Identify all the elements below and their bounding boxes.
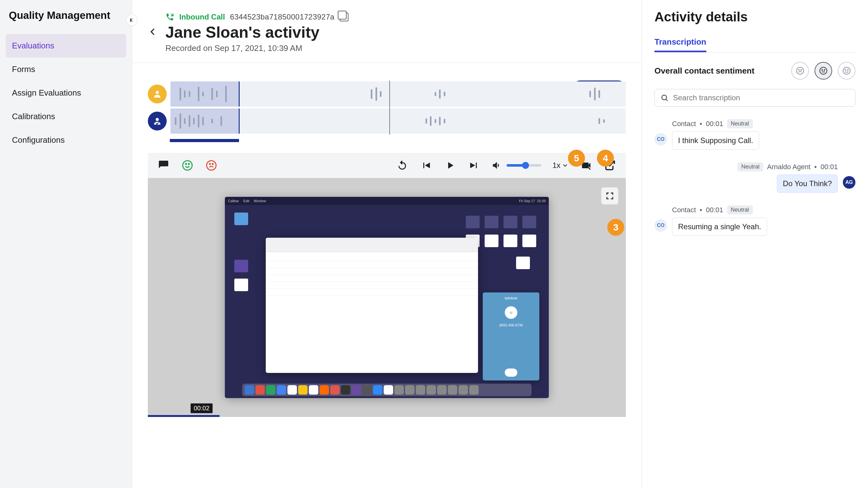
- page-header: Inbound Call 6344523ba71850001723927a Ja…: [132, 0, 642, 63]
- svg-point-9: [799, 69, 800, 70]
- chevron-down-icon: [562, 162, 568, 169]
- svg-point-11: [820, 67, 827, 74]
- svg-point-10: [801, 69, 802, 70]
- player-controls: 1x: [148, 153, 626, 178]
- app-title: Quality Management: [9, 9, 126, 21]
- transcript-item[interactable]: CO Contact • 00:01 Neutral I think Suppo…: [654, 119, 856, 150]
- svg-point-4: [188, 163, 189, 164]
- msg-text: Resuming a single Yeah.: [672, 218, 767, 236]
- details-tabs: Transcription: [654, 33, 856, 53]
- transcription-search-input[interactable]: [672, 93, 849, 102]
- video-timestamp: 00:02: [191, 403, 213, 413]
- svg-point-16: [847, 69, 848, 70]
- msg-text: Do You Think?: [777, 174, 838, 193]
- agent-waveform[interactable]: [170, 108, 626, 134]
- details-title: Activity details: [654, 9, 856, 25]
- search-icon: [660, 94, 669, 102]
- annotation-marker-5[interactable]: 5: [568, 150, 585, 167]
- svg-point-14: [843, 67, 850, 74]
- sentiment-chip: Neutral: [727, 205, 753, 215]
- scrub-track[interactable]: [148, 138, 626, 143]
- msg-timestamp: 00:01: [706, 206, 723, 214]
- speaker-name: Arnaldo Agent: [767, 163, 810, 171]
- svg-point-15: [845, 69, 846, 70]
- nav-item-evaluations[interactable]: Evaluations: [6, 34, 126, 58]
- skip-forward-button[interactable]: [468, 159, 480, 172]
- annotation-marker-4[interactable]: 4: [597, 150, 614, 167]
- transcription-search[interactable]: [654, 89, 856, 107]
- avatar: CO: [654, 133, 667, 145]
- negative-sentiment-button[interactable]: [205, 159, 218, 172]
- sentiment-chip: Neutral: [738, 162, 763, 171]
- speaker-name: Contact: [672, 120, 696, 128]
- svg-point-1: [156, 118, 159, 121]
- sentiment-chip: Neutral: [727, 119, 753, 128]
- inbound-call-icon: [165, 12, 174, 21]
- player-area: 00:02/00:21: [132, 63, 642, 488]
- nav-item-assign-evaluations[interactable]: Assign Evaluations: [6, 81, 126, 105]
- volume-icon: [492, 160, 502, 171]
- annotation-marker-3[interactable]: 3: [607, 219, 624, 236]
- positive-sentiment-button[interactable]: [181, 159, 194, 172]
- msg-timestamp: 00:01: [706, 120, 723, 128]
- left-sidebar: Quality Management Evaluations Forms Ass…: [0, 0, 132, 488]
- transcript-item[interactable]: CO Contact • 00:01 Neutral Resuming a si…: [654, 205, 856, 236]
- recorded-on: Recorded on Sep 17, 2021, 10:39 AM: [165, 43, 626, 53]
- nav-item-calibrations[interactable]: Calibrations: [6, 105, 126, 128]
- waveform-panel[interactable]: [148, 80, 626, 135]
- overall-sentiment-row: Overall contact sentiment: [654, 53, 856, 89]
- sentiment-positive-button[interactable]: [838, 62, 856, 79]
- fullscreen-button[interactable]: [601, 187, 618, 204]
- customer-waveform[interactable]: [170, 82, 626, 107]
- svg-point-13: [824, 69, 825, 70]
- main-content: Inbound Call 6344523ba71850001723927a Ja…: [132, 0, 642, 488]
- volume-slider[interactable]: [507, 164, 541, 167]
- page-title: Jane Sloan's activity: [165, 23, 626, 41]
- svg-point-6: [210, 163, 210, 164]
- copy-call-id-button[interactable]: [340, 12, 348, 21]
- svg-point-8: [797, 67, 804, 74]
- avatar: AG: [843, 176, 856, 189]
- nav-item-configurations[interactable]: Configurations: [6, 128, 126, 152]
- svg-point-7: [212, 163, 213, 164]
- sentiment-negative-button[interactable]: [791, 62, 809, 79]
- volume-control[interactable]: [492, 160, 541, 171]
- customer-speaker-icon: [148, 85, 167, 103]
- svg-point-5: [207, 161, 216, 170]
- call-id: 6344523ba71850001723927a: [230, 12, 334, 21]
- back-button[interactable]: [148, 27, 158, 39]
- video-progress[interactable]: [148, 415, 626, 417]
- add-comment-button[interactable]: [157, 159, 170, 172]
- svg-point-3: [186, 163, 186, 164]
- svg-point-12: [822, 69, 823, 70]
- screen-recording-viewport[interactable]: CallbarEditWindowFri Sep 17 10:39: [148, 178, 626, 417]
- svg-point-17: [662, 95, 666, 100]
- transcript-item[interactable]: AG Neutral Arnaldo Agent • 00:01 Do You …: [654, 162, 856, 193]
- sentiment-neutral-button[interactable]: [814, 62, 832, 79]
- msg-timestamp: 00:01: [820, 163, 838, 171]
- details-panel: Activity details Transcription Overall c…: [642, 0, 868, 488]
- collapse-sidebar-button[interactable]: [126, 14, 137, 26]
- agent-speaker-icon: [148, 111, 167, 130]
- speaker-name: Contact: [672, 206, 696, 214]
- svg-point-0: [156, 91, 159, 94]
- avatar: CO: [654, 219, 667, 232]
- tab-transcription[interactable]: Transcription: [654, 33, 706, 52]
- recorded-desktop: CallbarEditWindowFri Sep 17 10:39: [225, 197, 549, 398]
- skip-back-button[interactable]: [420, 159, 432, 172]
- nav-item-forms[interactable]: Forms: [6, 58, 126, 81]
- playback-speed-button[interactable]: 1x: [553, 161, 568, 170]
- msg-text: I think Supposing Call.: [672, 131, 759, 150]
- play-button[interactable]: [444, 159, 456, 172]
- svg-point-2: [183, 161, 192, 170]
- replay-button[interactable]: [396, 159, 408, 172]
- call-type-label: Inbound Call: [179, 12, 225, 21]
- sentiment-label: Overall contact sentiment: [654, 66, 754, 76]
- transcript-list: CO Contact • 00:01 Neutral I think Suppo…: [654, 119, 856, 236]
